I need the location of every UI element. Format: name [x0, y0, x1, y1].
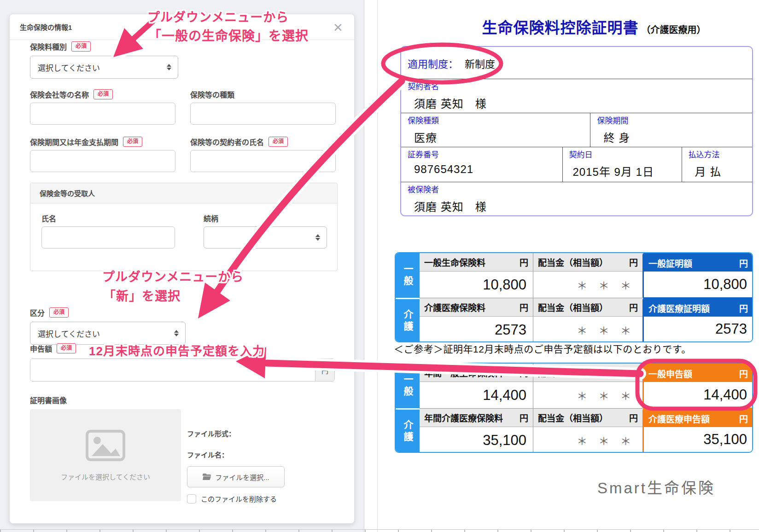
col-header: 介護医療保険料円 [420, 298, 533, 317]
table-value: ＊ ＊ ＊ [533, 382, 642, 408]
band-general: 一般 [396, 253, 420, 298]
amount-input[interactable] [30, 359, 315, 381]
amount-input-group: 円 [30, 359, 335, 382]
kaigo-report-cell: 介護医療申告額円 35,100 [642, 409, 753, 453]
relation-select[interactable] [204, 226, 327, 249]
category-select[interactable]: 選択してください [30, 322, 186, 345]
type-period-row: 保険種類 医療 保険期間 終 身 [401, 113, 752, 147]
premium-type-select[interactable]: 選択してください [30, 56, 178, 79]
contractor-label: 保険等の契約者の氏名 必須 [190, 136, 288, 147]
table-value: ＊ ＊ ＊ [533, 427, 642, 453]
premium-type-label: 保険料種別 必須 [30, 41, 91, 52]
applied-system-row: 適用制度： 新制度 [401, 47, 752, 79]
company-input[interactable] [30, 103, 175, 125]
relation-label: 続柄 [204, 213, 218, 224]
table-value: ＊ ＊ ＊ [533, 317, 642, 342]
close-icon[interactable]: ✕ [331, 21, 345, 35]
table-value: ＊ ＊ ＊ [533, 272, 642, 298]
kaigo-certified-cell: 介護医療証明額円 2573 [642, 298, 753, 343]
policy-date-payment-row: 証券番号 987654321 契約日 2015年 9月 1日 払込方法 月 払 [401, 147, 752, 182]
amount-label: 申告額 必須 [30, 343, 76, 354]
col-header: 配当金（相当額）円 [533, 364, 642, 382]
recipient-name-label: 氏名 [41, 213, 56, 224]
required-badge: 必須 [93, 89, 113, 99]
col-header: 配当金（相当額）円 [533, 298, 642, 317]
general-report-cell: 一般申告額円 14,400 [642, 364, 753, 409]
required-badge: 必須 [71, 41, 91, 51]
select-caret-icon [315, 234, 320, 241]
band-kaigo: 介護 [396, 298, 420, 342]
file-format-label: ファイル形式： [187, 428, 235, 438]
contractor-input[interactable] [190, 150, 336, 172]
insurance-kind-input[interactable] [190, 103, 336, 125]
col-header: 年間一般生命保険料円 [420, 364, 533, 382]
report-amount-table: 一般 介護 年間一般生命保険料円 配当金（相当額）円 14,400 ＊ ＊ ＊ … [395, 363, 753, 453]
band-kaigo: 介護 [396, 408, 420, 453]
select-caret-icon [167, 64, 171, 71]
recipient-group: 保険金等の受取人 氏名 続柄 [30, 183, 338, 271]
col-header: 配当金（相当額）円 [533, 408, 642, 427]
col-header: 一般生命保険料円 [420, 253, 533, 272]
period-label: 保険期間又は年金支払期間 必須 [30, 136, 142, 147]
required-badge: 必須 [269, 137, 288, 146]
required-badge: 必須 [123, 137, 142, 146]
select-caret-icon [174, 330, 179, 337]
yen-addon: 円 [315, 359, 334, 381]
certified-column: 一般証明額円 10,800 介護医療証明額円 2573 [642, 253, 753, 342]
delete-file-label: このファイルを削除する [201, 494, 277, 503]
delete-file-row: このファイルを削除する [187, 494, 277, 503]
category-label: 区分 必須 [30, 307, 69, 318]
company-label: 保険会社等の名称 必須 [30, 89, 113, 100]
modal-header: 生命保険の情報1 [10, 14, 354, 40]
required-badge: 必須 [49, 307, 69, 317]
insured-row: 被保険者 須磨 英知 様 [401, 182, 752, 216]
recipient-group-title: 保険金等の受取人 [30, 183, 337, 203]
insurance-info-modal: 生命保険の情報1 ✕ 保険料種別 必須 選択してください 保険会社等の名称 必須… [9, 14, 355, 524]
upload-placeholder-text: ファイルを選択してください [61, 472, 150, 481]
band-general: 一般 [396, 364, 420, 408]
contractor-row: 契約者名 須磨 英知 様 [401, 79, 752, 113]
background-table-edge [0, 529, 759, 532]
reference-note: ＜ご参考＞証明年12月末時点のご申告予定額は以下のとおりです。 [394, 341, 691, 355]
file-select-button[interactable]: ファイルを選択... [187, 466, 285, 487]
certificate-document: 生命保険料控除証明書（介護医療用） 適用制度： 新制度 契約者名 須磨 英知 様… [364, 0, 759, 532]
general-certified-cell: 一般証明額円 10,800 [642, 253, 753, 299]
period-input[interactable] [30, 150, 175, 172]
table-value: 10,800 [420, 272, 533, 298]
required-badge: 必須 [57, 343, 76, 353]
insurance-kind-label: 保険等の種類 [190, 89, 234, 100]
table-value: 35,100 [420, 427, 533, 453]
recipient-name-input[interactable] [41, 226, 175, 249]
modal-title: 生命保険の情報1 [20, 22, 72, 32]
report-column: 一般申告額円 14,400 介護医療申告額円 35,100 [642, 364, 753, 453]
insurer-logo: Smart生命保険 [597, 476, 715, 498]
certificate-title: 生命保険料控除証明書（介護医療用） [433, 16, 754, 38]
image-placeholder-icon [85, 429, 126, 462]
contract-info-box: 適用制度： 新制度 契約者名 須磨 英知 様 保険種類 医療 保険期間 終 身 … [400, 46, 753, 216]
certified-amount-table: 一般 介護 一般生命保険料円 配当金（相当額）円 10,800 ＊ ＊ ＊ 介護… [395, 252, 753, 342]
document-page-edge [377, 0, 378, 532]
certificate-image-label: 証明書画像 [30, 394, 67, 405]
delete-file-checkbox[interactable] [187, 494, 196, 503]
col-header: 配当金（相当額）円 [533, 253, 642, 272]
certificate-upload-dropzone[interactable]: ファイルを選択してください [30, 409, 181, 501]
table-value: 14,400 [420, 382, 533, 408]
col-header: 年間介護医療保険料円 [420, 408, 533, 427]
file-name-label: ファイル名： [187, 450, 228, 459]
table-value: 2573 [420, 317, 533, 342]
folder-icon [202, 473, 211, 480]
